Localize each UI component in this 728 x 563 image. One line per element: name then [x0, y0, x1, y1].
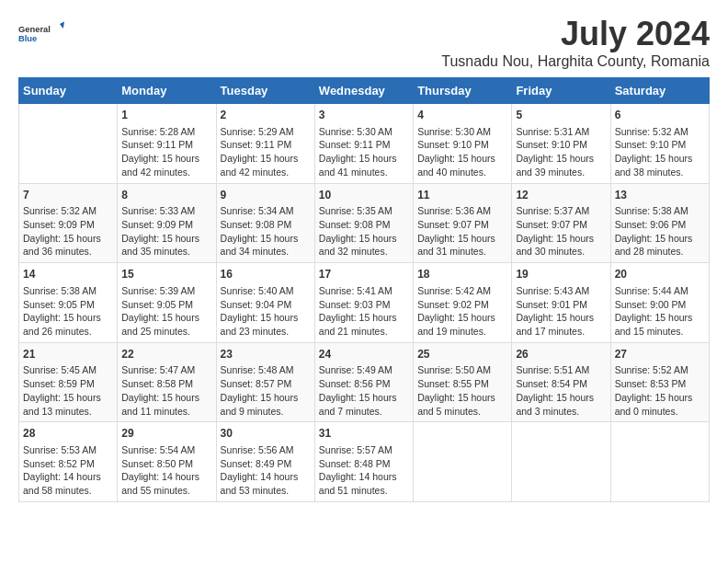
day-info: Sunrise: 5:34 AM Sunset: 9:08 PM Dayligh…: [221, 204, 311, 259]
calendar-cell: 19Sunrise: 5:43 AM Sunset: 9:01 PM Dayli…: [512, 263, 610, 343]
calendar-cell: 21Sunrise: 5:45 AM Sunset: 8:59 PM Dayli…: [19, 342, 118, 422]
week-row-4: 21Sunrise: 5:45 AM Sunset: 8:59 PM Dayli…: [19, 342, 710, 422]
header: General Blue July 2024 Tusnadu Nou, Harg…: [18, 15, 710, 70]
day-number: 8: [121, 188, 211, 203]
day-info: Sunrise: 5:51 AM Sunset: 8:54 PM Dayligh…: [516, 363, 606, 418]
day-info: Sunrise: 5:38 AM Sunset: 9:06 PM Dayligh…: [615, 204, 705, 259]
calendar-cell: 23Sunrise: 5:48 AM Sunset: 8:57 PM Dayli…: [216, 342, 314, 422]
day-number: 17: [319, 267, 409, 282]
day-info: Sunrise: 5:45 AM Sunset: 8:59 PM Dayligh…: [23, 363, 113, 418]
calendar-cell: 13Sunrise: 5:38 AM Sunset: 9:06 PM Dayli…: [610, 183, 709, 263]
day-info: Sunrise: 5:47 AM Sunset: 8:58 PM Dayligh…: [121, 363, 211, 418]
calendar-cell: 5Sunrise: 5:31 AM Sunset: 9:10 PM Daylig…: [512, 104, 610, 184]
calendar-cell: [610, 422, 709, 502]
day-number: 28: [23, 426, 113, 442]
day-number: 16: [221, 267, 311, 282]
header-friday: Friday: [512, 78, 610, 104]
calendar-header: SundayMondayTuesdayWednesdayThursdayFrid…: [19, 78, 710, 104]
week-row-1: 1Sunrise: 5:28 AM Sunset: 9:11 PM Daylig…: [19, 104, 710, 184]
calendar-cell: 8Sunrise: 5:33 AM Sunset: 9:09 PM Daylig…: [118, 183, 216, 263]
day-number: 9: [221, 188, 311, 203]
calendar-cell: 17Sunrise: 5:41 AM Sunset: 9:03 PM Dayli…: [314, 263, 413, 343]
calendar-cell: 6Sunrise: 5:32 AM Sunset: 9:10 PM Daylig…: [610, 104, 709, 184]
header-thursday: Thursday: [414, 78, 512, 104]
day-info: Sunrise: 5:37 AM Sunset: 9:07 PM Dayligh…: [516, 204, 606, 259]
logo-svg: General Blue: [18, 15, 64, 52]
week-row-2: 7Sunrise: 5:32 AM Sunset: 9:09 PM Daylig…: [19, 183, 710, 263]
day-number: 6: [615, 108, 705, 123]
day-info: Sunrise: 5:29 AM Sunset: 9:11 PM Dayligh…: [221, 125, 311, 179]
day-number: 24: [319, 347, 409, 362]
calendar-cell: [512, 422, 610, 502]
day-info: Sunrise: 5:30 AM Sunset: 9:11 PM Dayligh…: [319, 125, 409, 179]
calendar-table: SundayMondayTuesdayWednesdayThursdayFrid…: [18, 77, 710, 502]
header-row: SundayMondayTuesdayWednesdayThursdayFrid…: [19, 78, 710, 104]
calendar-cell: 16Sunrise: 5:40 AM Sunset: 9:04 PM Dayli…: [216, 263, 314, 343]
calendar-cell: 14Sunrise: 5:38 AM Sunset: 9:05 PM Dayli…: [19, 263, 118, 343]
day-number: 14: [23, 267, 113, 282]
day-info: Sunrise: 5:48 AM Sunset: 8:57 PM Dayligh…: [221, 363, 311, 418]
calendar-cell: 3Sunrise: 5:30 AM Sunset: 9:11 PM Daylig…: [314, 104, 413, 184]
header-monday: Monday: [118, 78, 216, 104]
calendar-cell: 4Sunrise: 5:30 AM Sunset: 9:10 PM Daylig…: [414, 104, 512, 184]
day-number: 3: [319, 108, 409, 123]
day-info: Sunrise: 5:43 AM Sunset: 9:01 PM Dayligh…: [516, 284, 606, 339]
svg-text:Blue: Blue: [18, 34, 37, 43]
day-number: 29: [121, 426, 211, 442]
header-tuesday: Tuesday: [216, 78, 314, 104]
calendar-cell: 18Sunrise: 5:42 AM Sunset: 9:02 PM Dayli…: [414, 263, 512, 343]
day-info: Sunrise: 5:42 AM Sunset: 9:02 PM Dayligh…: [417, 284, 507, 339]
day-number: 11: [417, 188, 507, 203]
main-title: July 2024: [441, 15, 710, 53]
day-info: Sunrise: 5:41 AM Sunset: 9:03 PM Dayligh…: [319, 284, 409, 339]
day-info: Sunrise: 5:38 AM Sunset: 9:05 PM Dayligh…: [23, 284, 113, 339]
calendar-cell: 20Sunrise: 5:44 AM Sunset: 9:00 PM Dayli…: [610, 263, 709, 343]
day-number: 15: [121, 267, 211, 282]
day-number: 12: [516, 188, 606, 203]
calendar-cell: 28Sunrise: 5:53 AM Sunset: 8:52 PM Dayli…: [19, 422, 118, 502]
day-number: 21: [23, 347, 113, 362]
day-number: 25: [417, 347, 507, 362]
day-info: Sunrise: 5:35 AM Sunset: 9:08 PM Dayligh…: [319, 204, 409, 259]
calendar-cell: 30Sunrise: 5:56 AM Sunset: 8:49 PM Dayli…: [216, 422, 314, 502]
calendar-cell: 12Sunrise: 5:37 AM Sunset: 9:07 PM Dayli…: [512, 183, 610, 263]
day-number: 27: [615, 347, 705, 362]
day-info: Sunrise: 5:54 AM Sunset: 8:50 PM Dayligh…: [121, 443, 211, 498]
calendar-cell: 29Sunrise: 5:54 AM Sunset: 8:50 PM Dayli…: [118, 422, 216, 502]
day-info: Sunrise: 5:32 AM Sunset: 9:10 PM Dayligh…: [615, 125, 705, 179]
day-number: 5: [516, 108, 606, 123]
calendar-cell: 9Sunrise: 5:34 AM Sunset: 9:08 PM Daylig…: [216, 183, 314, 263]
header-saturday: Saturday: [610, 78, 709, 104]
day-info: Sunrise: 5:50 AM Sunset: 8:55 PM Dayligh…: [417, 363, 507, 418]
day-number: 4: [417, 108, 507, 123]
day-number: 31: [319, 426, 409, 442]
day-info: Sunrise: 5:39 AM Sunset: 9:05 PM Dayligh…: [121, 284, 211, 339]
day-info: Sunrise: 5:40 AM Sunset: 9:04 PM Dayligh…: [221, 284, 311, 339]
day-info: Sunrise: 5:36 AM Sunset: 9:07 PM Dayligh…: [417, 204, 507, 259]
day-info: Sunrise: 5:30 AM Sunset: 9:10 PM Dayligh…: [417, 125, 507, 179]
calendar-cell: 2Sunrise: 5:29 AM Sunset: 9:11 PM Daylig…: [216, 104, 314, 184]
calendar-cell: 1Sunrise: 5:28 AM Sunset: 9:11 PM Daylig…: [118, 104, 216, 184]
day-info: Sunrise: 5:56 AM Sunset: 8:49 PM Dayligh…: [221, 443, 311, 498]
calendar-cell: 22Sunrise: 5:47 AM Sunset: 8:58 PM Dayli…: [118, 342, 216, 422]
calendar-cell: 25Sunrise: 5:50 AM Sunset: 8:55 PM Dayli…: [414, 342, 512, 422]
day-number: 23: [221, 347, 311, 362]
day-number: 7: [23, 188, 113, 203]
day-info: Sunrise: 5:33 AM Sunset: 9:09 PM Dayligh…: [121, 204, 211, 259]
day-info: Sunrise: 5:53 AM Sunset: 8:52 PM Dayligh…: [23, 443, 113, 498]
week-row-5: 28Sunrise: 5:53 AM Sunset: 8:52 PM Dayli…: [19, 422, 710, 502]
day-number: 22: [121, 347, 211, 362]
header-wednesday: Wednesday: [314, 78, 413, 104]
day-number: 2: [221, 108, 311, 123]
day-info: Sunrise: 5:28 AM Sunset: 9:11 PM Dayligh…: [121, 125, 211, 179]
calendar-cell: 11Sunrise: 5:36 AM Sunset: 9:07 PM Dayli…: [414, 183, 512, 263]
calendar-cell: 31Sunrise: 5:57 AM Sunset: 8:48 PM Dayli…: [314, 422, 413, 502]
calendar-cell: [414, 422, 512, 502]
day-number: 10: [319, 188, 409, 203]
subtitle: Tusnadu Nou, Harghita County, Romania: [441, 53, 710, 70]
day-number: 13: [615, 188, 705, 203]
day-info: Sunrise: 5:31 AM Sunset: 9:10 PM Dayligh…: [516, 125, 606, 179]
day-number: 19: [516, 267, 606, 282]
svg-text:General: General: [18, 25, 51, 34]
svg-marker-2: [60, 22, 64, 29]
